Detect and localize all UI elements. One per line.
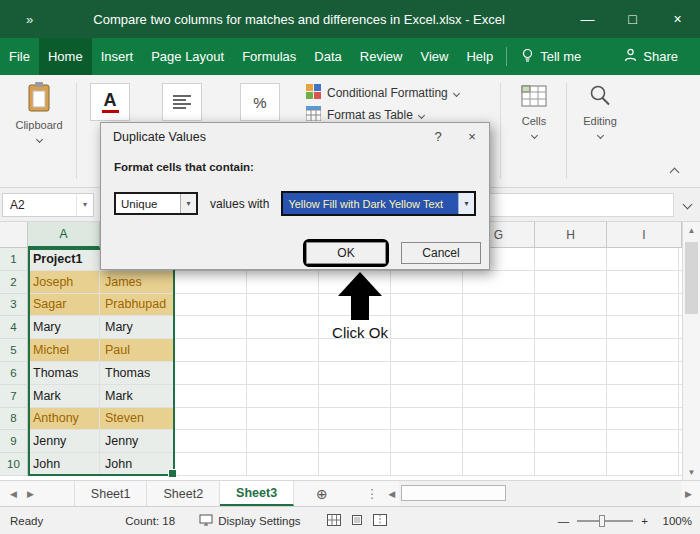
cell-b4[interactable]: Mary bbox=[100, 316, 175, 339]
column-header-h[interactable]: H bbox=[535, 222, 607, 248]
cell-b7[interactable]: Mark bbox=[100, 385, 175, 408]
cell-a1[interactable]: Project1 bbox=[28, 248, 100, 271]
ok-button[interactable]: OK bbox=[306, 242, 386, 264]
font-color-button[interactable]: A bbox=[90, 83, 130, 121]
row-9: 9 Jenny Jenny bbox=[0, 430, 700, 453]
cell-b9[interactable]: Jenny bbox=[100, 430, 175, 453]
column-header-a[interactable]: A bbox=[28, 222, 100, 248]
cancel-button[interactable]: Cancel bbox=[401, 242, 481, 264]
cell-a7[interactable]: Mark bbox=[28, 385, 100, 408]
cell-b8[interactable]: Steven bbox=[100, 408, 175, 431]
cell-b6[interactable]: Thomas bbox=[100, 362, 175, 385]
vertical-scrollbar[interactable]: ▲ ▼ bbox=[682, 222, 700, 480]
normal-view-icon[interactable] bbox=[327, 514, 341, 528]
row-header[interactable]: 4 bbox=[0, 316, 28, 339]
empty-cells[interactable] bbox=[175, 385, 700, 408]
tab-home[interactable]: Home bbox=[39, 38, 92, 75]
cell-b10[interactable]: John bbox=[100, 453, 175, 476]
empty-cells[interactable] bbox=[175, 339, 700, 362]
scroll-up-icon[interactable]: ▲ bbox=[683, 222, 700, 238]
tell-me-button[interactable]: Tell me bbox=[511, 38, 591, 75]
select-all-corner[interactable] bbox=[0, 222, 28, 248]
close-button[interactable]: × bbox=[655, 0, 700, 38]
cell-a5[interactable]: Michel bbox=[28, 339, 100, 362]
empty-cells[interactable] bbox=[175, 408, 700, 431]
row-header[interactable]: 9 bbox=[0, 430, 28, 453]
name-box[interactable]: A2 ▾ bbox=[2, 193, 94, 217]
dialog-help-button[interactable]: ? bbox=[421, 123, 455, 150]
expand-formula-bar-button[interactable] bbox=[674, 201, 700, 208]
row-header[interactable]: 5 bbox=[0, 339, 28, 362]
dialog-close-button[interactable]: × bbox=[455, 123, 489, 150]
horizontal-scrollbar[interactable] bbox=[399, 481, 681, 506]
format-dropdown[interactable]: Yellow Fill with Dark Yellow Text ▾ bbox=[281, 191, 476, 216]
display-settings-button[interactable]: Display Settings bbox=[199, 514, 300, 528]
cell-a8[interactable]: Anthony bbox=[28, 408, 100, 431]
cell-a4[interactable]: Mary bbox=[28, 316, 100, 339]
tab-formulas[interactable]: Formulas bbox=[233, 38, 305, 75]
alignment-button[interactable] bbox=[162, 83, 202, 121]
empty-cells[interactable] bbox=[175, 271, 700, 294]
row-header[interactable]: 3 bbox=[0, 294, 28, 317]
row-header[interactable]: 10 bbox=[0, 453, 28, 476]
cells-group[interactable]: Cells bbox=[506, 83, 562, 141]
status-count[interactable]: Count: 18 bbox=[125, 515, 175, 527]
tab-page-layout[interactable]: Page Layout bbox=[142, 38, 233, 75]
row-header[interactable]: 1 bbox=[0, 248, 28, 271]
cell-a10[interactable]: John bbox=[28, 453, 100, 476]
page-layout-view-icon[interactable] bbox=[350, 514, 364, 528]
column-header-i[interactable]: I bbox=[607, 222, 682, 248]
status-bar: Ready Count: 18 Display Settings — + 100… bbox=[0, 506, 700, 534]
hscroll-left-icon[interactable]: ◀ bbox=[388, 489, 395, 499]
row-header[interactable]: 8 bbox=[0, 408, 28, 431]
row-header[interactable]: 6 bbox=[0, 362, 28, 385]
empty-cells[interactable] bbox=[175, 453, 700, 476]
zoom-slider[interactable] bbox=[577, 520, 633, 522]
cell-b3[interactable]: Prabhupad bbox=[100, 294, 175, 317]
new-sheet-icon[interactable]: ⊕ bbox=[316, 486, 328, 502]
minimize-button[interactable]: — bbox=[565, 0, 610, 38]
percent-style-button[interactable]: % bbox=[240, 83, 280, 121]
tab-file[interactable]: File bbox=[0, 38, 39, 75]
sheet-nav-left-icon[interactable]: ◀ bbox=[10, 489, 17, 499]
tab-view[interactable]: View bbox=[411, 38, 457, 75]
zoom-level[interactable]: 100% bbox=[656, 515, 692, 527]
cell-a2[interactable]: Joseph bbox=[28, 271, 100, 294]
horizontal-scrollbar-thumb[interactable] bbox=[401, 485, 506, 501]
collapse-ribbon-button[interactable] bbox=[671, 165, 678, 179]
conditional-formatting-button[interactable]: Conditional Formatting bbox=[306, 84, 459, 102]
cell-a6[interactable]: Thomas bbox=[28, 362, 100, 385]
scope-dropdown[interactable]: Unique ▾ bbox=[114, 192, 198, 215]
cell-a3[interactable]: Sagar bbox=[28, 294, 100, 317]
clipboard-group[interactable]: Clipboard bbox=[10, 81, 68, 145]
empty-cells[interactable] bbox=[175, 430, 700, 453]
cell-b5[interactable]: Paul bbox=[100, 339, 175, 362]
cell-b2[interactable]: James bbox=[100, 271, 175, 294]
share-button[interactable]: Share bbox=[614, 38, 688, 75]
sheet-tab-sheet2[interactable]: Sheet2 bbox=[147, 481, 220, 506]
editing-group[interactable]: Editing bbox=[572, 83, 628, 141]
row-header[interactable]: 2 bbox=[0, 271, 28, 294]
page-break-view-icon[interactable] bbox=[373, 514, 387, 528]
tab-insert[interactable]: Insert bbox=[92, 38, 143, 75]
tab-help[interactable]: Help bbox=[457, 38, 502, 75]
row-header[interactable]: 7 bbox=[0, 385, 28, 408]
hscroll-right-icon[interactable]: ▶ bbox=[685, 489, 692, 499]
zoom-out-button[interactable]: — bbox=[558, 515, 570, 527]
sheet-tab-sheet3[interactable]: Sheet3 bbox=[220, 481, 294, 506]
zoom-slider-thumb[interactable] bbox=[599, 515, 605, 527]
quick-access-toolbar-icon[interactable]: » bbox=[26, 12, 33, 27]
sheet-nav-right-icon[interactable]: ▶ bbox=[27, 489, 34, 499]
tab-review[interactable]: Review bbox=[351, 38, 412, 75]
scroll-down-icon[interactable]: ▼ bbox=[683, 464, 700, 480]
cell-a9[interactable]: Jenny bbox=[28, 430, 100, 453]
sheet-tab-sheet1[interactable]: Sheet1 bbox=[74, 481, 148, 506]
tab-data[interactable]: Data bbox=[305, 38, 350, 75]
empty-cells[interactable] bbox=[175, 316, 700, 339]
tab-list-icon[interactable]: ⋮ bbox=[366, 486, 379, 501]
empty-cells[interactable] bbox=[175, 294, 700, 317]
maximize-button[interactable]: □ bbox=[610, 0, 655, 38]
zoom-in-button[interactable]: + bbox=[641, 515, 648, 527]
empty-cells[interactable] bbox=[175, 362, 700, 385]
vertical-scrollbar-thumb[interactable] bbox=[685, 242, 698, 314]
